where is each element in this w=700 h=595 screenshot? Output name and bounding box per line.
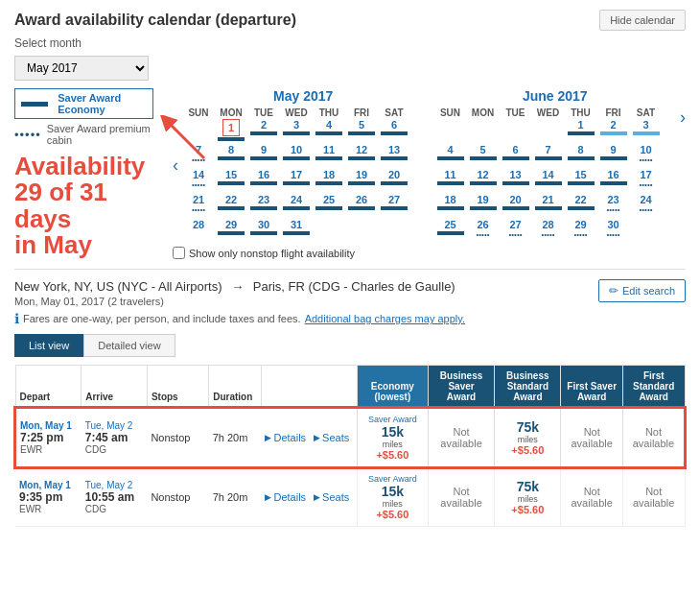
row1-biz-unit: miles — [499, 435, 556, 444]
may-day-10[interactable]: 10 — [280, 143, 313, 168]
availability-text1: Availability — [14, 154, 163, 179]
page-title: Award availability calendar (departure) — [14, 12, 296, 29]
jun-day-14[interactable]: 14 — [532, 168, 565, 193]
row1-first-saver-na: Not available — [571, 426, 612, 449]
jun-day-26[interactable]: 26 ••••• — [467, 218, 500, 243]
jun-day-22[interactable]: 22 — [565, 193, 597, 218]
jun-day-30[interactable]: 30 ••••• — [597, 218, 630, 243]
jun-day-13[interactable]: 13 — [500, 168, 532, 193]
row2-details-link[interactable]: ▶ Details — [265, 491, 306, 503]
jun-day-25[interactable]: 25 — [434, 218, 467, 243]
jun-day-29[interactable]: 29 ••••• — [565, 218, 597, 243]
row2-depart-time: 9:35 pm — [19, 490, 78, 504]
row2-depart-airport: EWR — [19, 504, 78, 514]
may-day-26[interactable]: 26 — [345, 193, 378, 218]
may-day-31[interactable]: 31 — [280, 218, 313, 243]
jun-day-23[interactable]: 23 ••••• — [597, 193, 630, 218]
jun-day-9[interactable]: 9 — [597, 143, 630, 168]
cal-header-mon: MON — [215, 107, 247, 118]
col-header-details-spacer — [261, 366, 357, 409]
row1-economy-cell[interactable]: Saver Award 15k miles +$5.60 — [357, 408, 428, 467]
may-day-19[interactable]: 19 — [345, 168, 378, 193]
jun-day-3[interactable]: 3 — [630, 118, 663, 143]
row2-duration: 7h 20m — [209, 467, 262, 527]
jun-day-12[interactable]: 12 — [467, 168, 500, 193]
next-month-arrow[interactable]: › — [680, 107, 686, 128]
may-day-13[interactable]: 13 — [378, 143, 410, 168]
jun-hdr-fri: FRI — [597, 107, 630, 118]
detailed-view-tab[interactable]: Detailed view — [83, 334, 175, 357]
jun-day-11[interactable]: 11 — [434, 168, 467, 193]
jun-hdr-wed: WED — [532, 107, 565, 118]
jun-empty2 — [467, 118, 500, 143]
row2-miles: 15k — [362, 484, 424, 499]
list-view-tab[interactable]: List view — [14, 334, 83, 357]
row1-depart-time: 7:25 pm — [20, 431, 78, 444]
may-day-6[interactable]: 6 — [378, 118, 410, 143]
pencil-icon: ✏ — [609, 284, 618, 298]
may-day-28[interactable]: 28 — [182, 218, 215, 243]
jun-day-21[interactable]: 21 — [532, 193, 565, 218]
row2-biz-unit: miles — [499, 494, 556, 504]
jun-day-17[interactable]: 17 ••••• — [630, 168, 663, 193]
row1-seats-link[interactable]: ▶ Seats — [314, 432, 349, 443]
row1-biz-standard-cell[interactable]: 75k miles +$5.60 — [495, 408, 561, 467]
edit-search-button[interactable]: ✏ Edit search — [598, 279, 686, 302]
may-day-24[interactable]: 24 — [280, 193, 313, 218]
jun-day-20[interactable]: 20 — [500, 193, 532, 218]
col-header-arrive: Arrive — [82, 366, 148, 409]
bag-charges-link[interactable]: Additional bag charges may apply. — [305, 313, 465, 324]
jun-day-10[interactable]: 10 ••••• — [630, 143, 663, 168]
row1-biz-fee: +$5.60 — [499, 444, 556, 456]
row2-first-standard-cell: Not available — [622, 467, 685, 527]
may-day-25[interactable]: 25 — [313, 193, 345, 218]
row2-seats-link[interactable]: ▶ Seats — [314, 491, 349, 503]
may-day-5[interactable]: 5 — [345, 118, 378, 143]
row2-biz-standard-cell[interactable]: 75k miles +$5.60 — [495, 467, 561, 527]
month-select[interactable]: May 2017 — [14, 56, 149, 81]
col-header-first-standard: FirstStandardAward — [622, 366, 685, 409]
may-day-9[interactable]: 9 — [247, 143, 280, 168]
jun-day-5[interactable]: 5 — [467, 143, 500, 168]
jun-hdr-mon: MON — [467, 107, 500, 118]
may-day-3[interactable]: 3 — [280, 118, 313, 143]
row2-arrive: Tue, May 2 10:55 am CDG — [82, 467, 148, 527]
may-day-22[interactable]: 22 — [215, 193, 247, 218]
may-day-8[interactable]: 8 — [215, 143, 247, 168]
jun-day-1[interactable]: 1 — [565, 118, 597, 143]
may-day-30[interactable]: 30 — [247, 218, 280, 243]
row2-economy-cell[interactable]: Saver Award 15k miles +$5.60 — [357, 467, 428, 527]
may-day-11[interactable]: 11 — [313, 143, 345, 168]
may-day-12[interactable]: 12 — [345, 143, 378, 168]
may-day-16[interactable]: 16 — [247, 168, 280, 193]
may-day-29[interactable]: 29 — [215, 218, 247, 243]
may-day-27[interactable]: 27 — [378, 193, 410, 218]
jun-day-2[interactable]: 2 — [597, 118, 630, 143]
jun-day-7[interactable]: 7 — [532, 143, 565, 168]
may-day-1[interactable]: 1 — [215, 118, 247, 143]
may-day-4[interactable]: 4 — [313, 118, 345, 143]
may-day-17[interactable]: 17 — [280, 168, 313, 193]
may-day-18[interactable]: 18 — [313, 168, 345, 193]
jun-day-27[interactable]: 27 ••••• — [500, 218, 532, 243]
jun-day-8[interactable]: 8 — [565, 143, 597, 168]
row1-details-link[interactable]: ▶ Details — [265, 432, 306, 443]
jun-day-4[interactable]: 4 — [434, 143, 467, 168]
row2-biz-saver-na: Not available — [440, 486, 481, 509]
jun-day-6[interactable]: 6 — [500, 143, 532, 168]
hide-calendar-button[interactable]: Hide calendar — [599, 10, 686, 31]
may-day-21[interactable]: 21 ••••• — [182, 193, 215, 218]
jun-day-18[interactable]: 18 — [434, 193, 467, 218]
jun-day-16[interactable]: 16 — [597, 168, 630, 193]
may-day-20[interactable]: 20 — [378, 168, 410, 193]
row2-fee: +$5.60 — [362, 509, 424, 520]
jun-day-19[interactable]: 19 — [467, 193, 500, 218]
nonstop-checkbox[interactable] — [173, 247, 185, 259]
jun-day-28[interactable]: 28 ••••• — [532, 218, 565, 243]
jun-day-15[interactable]: 15 — [565, 168, 597, 193]
jun-day-24[interactable]: 24 ••••• — [630, 193, 663, 218]
may-day-14[interactable]: 14 ••••• — [182, 168, 215, 193]
may-day-2[interactable]: 2 — [247, 118, 280, 143]
may-day-23[interactable]: 23 — [247, 193, 280, 218]
may-day-15[interactable]: 15 — [215, 168, 247, 193]
